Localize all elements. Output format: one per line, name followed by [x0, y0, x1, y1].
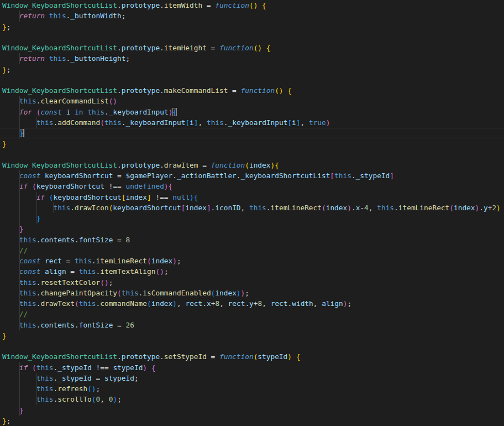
- code-token: [: [330, 172, 334, 180]
- code-line[interactable]: this.drawIcon(keyboardShortcut[index].ic…: [0, 202, 504, 213]
- code-line-current[interactable]: }: [0, 128, 504, 138]
- code-token: this: [79, 299, 96, 308]
- code-token: !==: [151, 193, 173, 201]
- code-line[interactable]: Window_KeyboardShortcutList.prototype.se…: [0, 351, 504, 362]
- code-line[interactable]: [0, 149, 504, 160]
- code-line[interactable]: [0, 75, 504, 85]
- code-token: [258, 1, 262, 9]
- code-token: ): [287, 352, 292, 361]
- code-line[interactable]: if (keyboardShortcut[index] !== null){: [0, 192, 504, 202]
- indent-guide: [53, 202, 54, 213]
- code-token: {: [287, 86, 292, 95]
- code-line[interactable]: }: [0, 405, 504, 415]
- code-line[interactable]: Window_KeyboardShortcutList.prototype.dr…: [0, 160, 504, 170]
- code-token: _buttonWidth: [70, 12, 121, 20]
- code-token: [2, 172, 19, 180]
- code-token: }: [36, 214, 41, 222]
- code-line[interactable]: this.clearCommandList(): [0, 96, 504, 106]
- code-token: (: [117, 289, 122, 297]
- code-token: [62, 108, 66, 116]
- code-token: (: [75, 299, 79, 308]
- indent-guide: [19, 170, 20, 181]
- code-line[interactable]: return this._buttonHeight;: [0, 53, 504, 64]
- indent-guide: [36, 213, 37, 224]
- code-token: ]: [147, 193, 151, 201]
- code-token: =: [113, 236, 125, 244]
- code-token: ;: [7, 417, 11, 425]
- code-token: clearCommandList: [40, 97, 108, 105]
- code-line[interactable]: this.resetTextColor();: [0, 277, 504, 288]
- code-token: .: [104, 108, 109, 116]
- code-line[interactable]: }: [0, 213, 504, 224]
- code-token: ,: [262, 299, 270, 308]
- code-line[interactable]: if (this._stypeId !== stypeId) {: [0, 362, 504, 373]
- code-line[interactable]: Window_KeyboardShortcutList.prototype.it…: [0, 0, 504, 11]
- code-line[interactable]: this.addCommand(this._keyboardInput[i], …: [0, 117, 504, 128]
- code-token: }: [2, 23, 7, 31]
- code-token: stypeId: [258, 352, 287, 361]
- code-line[interactable]: this.drawText(this.commandName(index), r…: [0, 298, 504, 309]
- code-token: [2, 310, 19, 318]
- code-token: function: [219, 44, 254, 52]
- code-token: ): [164, 182, 169, 190]
- code-token: return: [19, 54, 45, 63]
- code-line[interactable]: [0, 341, 504, 351]
- code-token: in: [75, 108, 83, 116]
- code-line[interactable]: Window_KeyboardShortcutList.prototype.it…: [0, 43, 504, 53]
- code-line[interactable]: this.scrollTo(0, 0);: [0, 394, 504, 404]
- code-token: .: [117, 161, 122, 169]
- code-token: Window_KeyboardShortcutList: [2, 161, 117, 169]
- code-line[interactable]: const align = this.itemTextAlign();: [0, 266, 504, 277]
- code-token: this: [53, 204, 70, 212]
- code-token: [2, 129, 19, 137]
- code-line[interactable]: };: [0, 415, 504, 426]
- code-line[interactable]: return this._buttonWidth;: [0, 11, 504, 21]
- indent-guide: [19, 181, 20, 191]
- code-token: [2, 108, 19, 116]
- indent-guide: [19, 235, 20, 245]
- code-token: .: [351, 172, 356, 180]
- code-token: (: [147, 299, 151, 308]
- code-line[interactable]: const keyboardShortcut = $gamePlayer._ac…: [0, 170, 504, 181]
- code-line[interactable]: //: [0, 245, 504, 256]
- code-line[interactable]: const rect = this.itemLineRect(index);: [0, 256, 504, 266]
- code-line[interactable]: };: [0, 22, 504, 32]
- code-token: rect: [228, 299, 245, 308]
- code-line[interactable]: this.contents.fontSize = 26: [0, 320, 504, 330]
- indent-guide: [36, 394, 37, 404]
- code-line[interactable]: this.contents.fontSize = 8: [0, 235, 504, 245]
- code-token: [2, 299, 19, 308]
- code-line[interactable]: if (keyboardShortcut !== undefined){: [0, 181, 504, 191]
- code-token: [2, 246, 19, 254]
- code-token: commandName: [100, 299, 147, 308]
- code-line[interactable]: }: [0, 138, 504, 149]
- code-token: [2, 204, 53, 212]
- code-token: setStypeId: [164, 352, 207, 361]
- code-token: if: [19, 182, 28, 190]
- code-line[interactable]: [0, 32, 504, 43]
- code-line[interactable]: }: [0, 224, 504, 234]
- code-token: ,: [301, 118, 309, 127]
- code-line[interactable]: Window_KeyboardShortcutList.prototype.ma…: [0, 85, 504, 96]
- code-token: .: [117, 352, 122, 361]
- code-token: this: [19, 321, 36, 329]
- code-token: fontSize: [79, 236, 113, 244]
- code-token: fontSize: [79, 321, 113, 329]
- code-token: (: [100, 118, 104, 127]
- code-line[interactable]: this.changePaintOpacity(this.isCommandEn…: [0, 288, 504, 298]
- code-line[interactable]: this._stypeId = stypeId;: [0, 373, 504, 383]
- code-token: ,: [369, 204, 377, 212]
- code-token: Window_KeyboardShortcutList: [2, 44, 117, 52]
- code-editor-pane[interactable]: Window_KeyboardShortcutList.prototype.it…: [0, 0, 504, 426]
- code-token: [28, 363, 32, 372]
- code-token: .: [160, 44, 164, 52]
- code-token: x: [207, 299, 211, 308]
- code-line[interactable]: this.refresh();: [0, 383, 504, 394]
- code-line[interactable]: }: [0, 330, 504, 341]
- code-line[interactable]: //: [0, 309, 504, 319]
- code-token: [28, 182, 32, 190]
- code-line[interactable]: for (const i in this._keyboardInput){: [0, 107, 504, 117]
- code-token: ): [326, 118, 330, 127]
- code-token: }: [2, 65, 7, 74]
- code-line[interactable]: };: [0, 64, 504, 75]
